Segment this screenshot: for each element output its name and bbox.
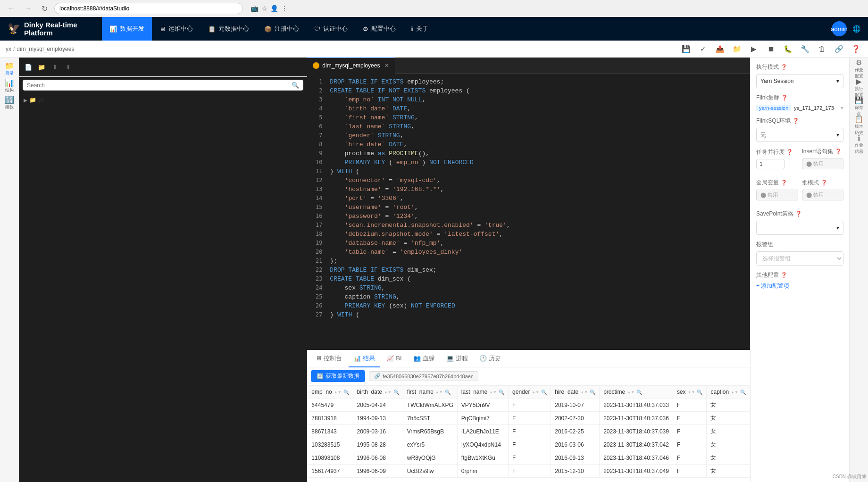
tab-close-icon[interactable]: ✕ bbox=[384, 62, 389, 69]
filter-icon-sex[interactable]: 🔍 bbox=[697, 390, 702, 395]
back-button[interactable]: ← bbox=[5, 3, 18, 14]
new-file-btn[interactable]: 📄 bbox=[23, 61, 34, 73]
insert-stmt-help-icon[interactable]: ❓ bbox=[835, 149, 842, 155]
tab-result[interactable]: 📊 结果 bbox=[349, 350, 380, 367]
structure-icon: 📊 bbox=[5, 78, 14, 87]
global-var-toggle[interactable]: ⬤ 禁用 bbox=[756, 190, 798, 200]
savepoint-section: SavePoint策略 ❓ ▾ bbox=[756, 210, 843, 235]
filter-icon-gender[interactable]: 🔍 bbox=[541, 390, 547, 395]
nav-item-ops[interactable]: 🖥 运维中心 bbox=[152, 17, 200, 41]
bottom-actions: 🔄 获取最新数据 🔗 fe3548066830e27957e87b26dbd48… bbox=[307, 367, 750, 385]
sidebar-icon-rail: 📁 目录 📊 结构 🔢 函数 bbox=[0, 58, 19, 482]
task-parallel-input[interactable] bbox=[756, 159, 785, 169]
folder-btn[interactable]: 📁 bbox=[730, 42, 743, 56]
breadcrumb-table[interactable]: dim_mysql_employees bbox=[17, 46, 74, 52]
search-input[interactable] bbox=[27, 82, 292, 89]
nav-item-data-dev[interactable]: 📊 数据开发 bbox=[102, 17, 152, 41]
savepoint-label: SavePoint策略 ❓ bbox=[756, 210, 843, 218]
table-cell: 2005-04-24 bbox=[353, 399, 403, 412]
download-btn[interactable]: ⬇ bbox=[49, 61, 60, 73]
format-btn[interactable]: 🔧 bbox=[798, 42, 811, 56]
sidebar-icon-savepoint[interactable]: 💾 保存点 bbox=[851, 99, 867, 114]
search-box[interactable]: 🔍 bbox=[23, 80, 303, 91]
add-config-btn[interactable]: + 添加配置项 bbox=[756, 282, 843, 290]
result-icon: 📊 bbox=[353, 355, 361, 362]
flinksql-env-select[interactable]: 无 ▾ bbox=[756, 128, 843, 142]
savepoint-help-icon[interactable]: ❓ bbox=[795, 211, 802, 217]
task-parallel-label: 任务并行度 ❓ bbox=[756, 148, 798, 156]
breadcrumb-yx[interactable]: yx bbox=[6, 46, 11, 52]
filter-icon-hire[interactable]: 🔍 bbox=[590, 390, 595, 395]
refresh-button[interactable]: ↻ bbox=[39, 3, 50, 14]
tree-item-yx[interactable]: ▶ 📁 yx bbox=[21, 95, 305, 105]
sidebar-icon-exec-config[interactable]: ▶ 执行配置 bbox=[851, 80, 867, 95]
tab-bi[interactable]: 📈 BI bbox=[382, 350, 406, 367]
other-config-label: 其他配置 ❓ bbox=[756, 271, 843, 279]
nav-item-config[interactable]: ⚙ 配置中心 bbox=[355, 17, 403, 41]
filter-icon-emp-no[interactable]: 🔍 bbox=[343, 390, 349, 395]
code-editor[interactable]: DROP TABLE IF EXISTS employees; CREATE T… bbox=[326, 74, 750, 350]
url-bar[interactable] bbox=[54, 3, 243, 14]
forward-button[interactable]: → bbox=[22, 3, 35, 14]
sidebar-icon-version-history[interactable]: 📋 版本历史 bbox=[851, 118, 867, 133]
filter-icon-caption[interactable]: 🔍 bbox=[740, 390, 746, 395]
batch-mode-toggle[interactable]: ⬤ 禁用 bbox=[802, 190, 844, 200]
exec-mode-select[interactable]: Yarn Session ▾ bbox=[756, 74, 843, 88]
sidebar-icon-job-info[interactable]: ℹ 作业信息 bbox=[851, 137, 867, 152]
upload-btn[interactable]: ⬆ bbox=[62, 61, 74, 73]
col-proctime: proctime▲▼🔍 bbox=[600, 386, 673, 399]
tab-lineage[interactable]: 👥 血缘 bbox=[409, 350, 440, 367]
flinksql-env-section: FlinkSQL环境 ❓ 无 ▾ bbox=[756, 117, 843, 142]
table-cell: F bbox=[673, 399, 707, 412]
flinksql-env-help-icon[interactable]: ❓ bbox=[793, 118, 799, 124]
tab-history[interactable]: 🕐 历史 bbox=[475, 350, 506, 367]
bookmark-icon[interactable]: ☆ bbox=[261, 5, 267, 12]
filter-icon-last[interactable]: 🔍 bbox=[499, 390, 504, 395]
other-config-help-icon[interactable]: ❓ bbox=[781, 272, 787, 278]
tab-process[interactable]: 💻 进程 bbox=[442, 350, 473, 367]
sidebar-icon-catalog[interactable]: 📁 目录 bbox=[2, 61, 17, 76]
table-cell: F bbox=[673, 412, 707, 425]
stop-btn[interactable]: ⏹ bbox=[764, 42, 777, 56]
debug-btn[interactable]: 🐛 bbox=[781, 42, 794, 56]
more-tools-btn[interactable]: 🔗 bbox=[832, 42, 845, 56]
fetch-data-button[interactable]: 🔄 获取最新数据 bbox=[311, 370, 365, 382]
insert-stmt-toggle[interactable]: ⬤ 禁用 bbox=[802, 158, 844, 169]
task-parallel-help-icon[interactable]: ❓ bbox=[786, 149, 793, 155]
more-icon[interactable]: ⋮ bbox=[281, 5, 288, 12]
result-table-scroll[interactable]: emp_no ▲▼ 🔍 birth_date▲▼🔍 first_name▲▼🔍 bbox=[307, 385, 750, 482]
table-cell: 女 bbox=[707, 465, 750, 478]
sidebar-icon-job-config[interactable]: ⚙ 作业配置 bbox=[851, 61, 867, 76]
editor-tab-main[interactable]: dim_mysql_employees ✕ bbox=[307, 58, 395, 74]
nav-item-meta[interactable]: 📋 元数据中心 bbox=[200, 17, 257, 41]
new-folder-btn[interactable]: 📁 bbox=[36, 61, 47, 73]
table-cell: 110898108 bbox=[308, 451, 353, 465]
editor-content[interactable]: 1 2 3 4 5 6 7 8 9 10 11 12 13 14 15 16 1… bbox=[307, 74, 750, 350]
filter-icon-first[interactable]: 🔍 bbox=[445, 390, 451, 395]
exec-mode-help-icon[interactable]: ❓ bbox=[781, 64, 787, 70]
help-btn[interactable]: ❓ bbox=[849, 42, 862, 56]
nav-item-registry[interactable]: 📦 注册中心 bbox=[257, 17, 307, 41]
admin-avatar[interactable]: admin bbox=[832, 21, 847, 36]
save-btn[interactable]: 💾 bbox=[679, 42, 693, 56]
delete-btn[interactable]: 🗑 bbox=[815, 42, 828, 56]
language-icon[interactable]: 🌐 bbox=[852, 25, 860, 33]
batch-mode-help-icon[interactable]: ❓ bbox=[821, 180, 827, 186]
flink-cluster-help-icon[interactable]: ❓ bbox=[781, 95, 788, 101]
nav-item-about[interactable]: ℹ 关于 bbox=[403, 17, 436, 41]
global-var-help-icon[interactable]: ❓ bbox=[781, 180, 787, 186]
publish-btn[interactable]: 📤 bbox=[713, 42, 726, 56]
run-btn[interactable]: ▶ bbox=[747, 42, 760, 56]
filter-icon-birth[interactable]: 🔍 bbox=[393, 390, 399, 395]
table-cell: TWCldWmALXPG bbox=[403, 399, 457, 412]
nav-item-auth[interactable]: 🛡 认证中心 bbox=[307, 17, 355, 41]
table-cell: 2023-11-30T18:40:37.042 bbox=[600, 438, 673, 451]
tab-console[interactable]: 🖥 控制台 bbox=[311, 350, 347, 367]
check-btn[interactable]: ✓ bbox=[696, 42, 709, 56]
sidebar-icon-structure[interactable]: 📊 结构 bbox=[2, 78, 17, 93]
sidebar-icon-funcs[interactable]: 🔢 函数 bbox=[2, 95, 17, 110]
filter-icon-proc[interactable]: 🔍 bbox=[636, 390, 642, 395]
alert-group-select[interactable]: 选择报警组 bbox=[756, 251, 843, 266]
savepoint-select[interactable]: ▾ bbox=[756, 221, 843, 235]
hash-icon: 🔗 bbox=[374, 373, 381, 379]
